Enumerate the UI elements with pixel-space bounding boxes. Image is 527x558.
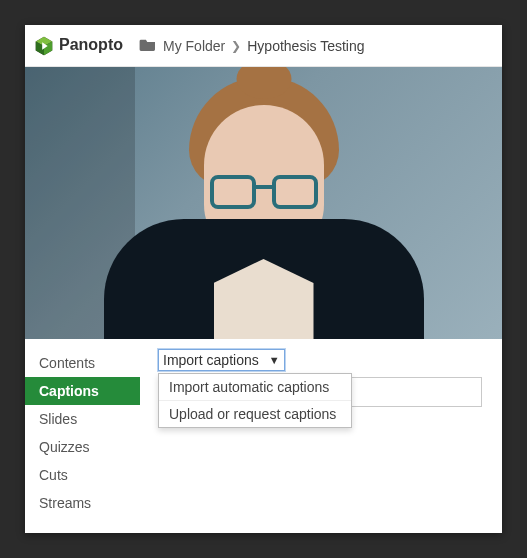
sidebar-item-streams[interactable]: Streams	[25, 489, 140, 517]
sidebar-item-quizzes[interactable]: Quizzes	[25, 433, 140, 461]
editor-sidebar: Contents Captions Slides Quizzes Cuts St…	[25, 339, 140, 533]
sidebar-item-contents[interactable]: Contents	[25, 349, 140, 377]
folder-icon	[139, 37, 157, 54]
menu-item-import-automatic[interactable]: Import automatic captions	[159, 374, 351, 400]
caret-down-icon: ▼	[269, 354, 280, 366]
panopto-logo-icon	[33, 35, 55, 57]
import-captions-dropdown[interactable]: Import captions ▼	[158, 349, 285, 371]
import-captions-label: Import captions	[163, 352, 259, 368]
editor-body: Contents Captions Slides Quizzes Cuts St…	[25, 339, 502, 533]
import-captions-menu: Import automatic captions Upload or requ…	[158, 373, 352, 428]
breadcrumb-folder[interactable]: My Folder	[163, 38, 225, 54]
panopto-logo[interactable]: Panopto	[33, 35, 123, 57]
sidebar-item-captions[interactable]: Captions	[25, 377, 140, 405]
video-preview[interactable]	[25, 67, 502, 339]
captions-panel: Import captions ▼ Import automatic capti…	[140, 339, 502, 533]
chevron-right-icon: ❯	[231, 39, 241, 53]
breadcrumb-title[interactable]: Hypothesis Testing	[247, 38, 364, 54]
top-bar: Panopto My Folder ❯ Hypothesis Testing	[25, 25, 502, 67]
sidebar-item-cuts[interactable]: Cuts	[25, 461, 140, 489]
menu-item-upload-request[interactable]: Upload or request captions	[159, 400, 351, 427]
sidebar-item-slides[interactable]: Slides	[25, 405, 140, 433]
brand-name: Panopto	[59, 36, 123, 54]
editor-panel: Panopto My Folder ❯ Hypothesis Testing C…	[25, 25, 502, 533]
